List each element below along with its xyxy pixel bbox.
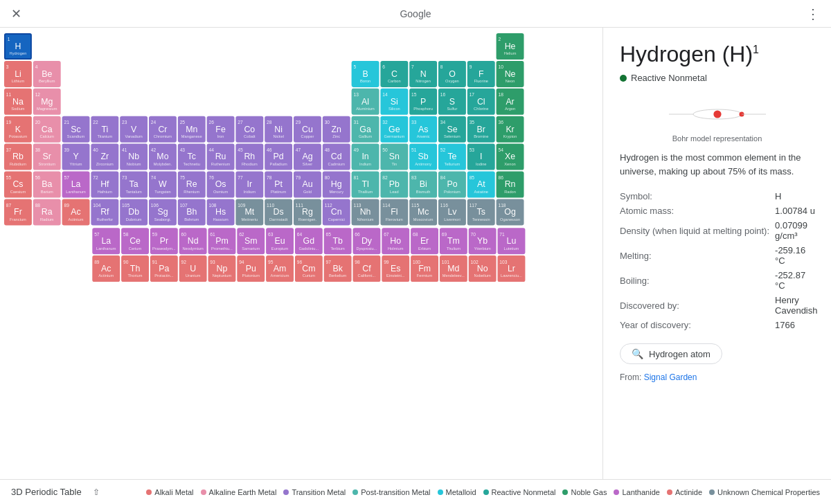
element-cell[interactable]: 37RbRubidium — [4, 144, 32, 170]
element-cell[interactable]: 93NpNeptunium — [208, 255, 236, 282]
element-cell[interactable]: 6CCarbon — [380, 61, 408, 87]
element-cell[interactable]: 114FlFlerovium — [380, 199, 408, 225]
element-cell[interactable]: 17ClChlorine — [467, 89, 495, 115]
element-cell[interactable]: 84PoPolonium — [438, 172, 466, 198]
element-cell[interactable]: 92UUranium — [179, 255, 207, 282]
element-cell[interactable]: 105DbDubnium — [120, 199, 148, 225]
element-cell[interactable]: 16SSulfur — [438, 89, 466, 115]
element-cell[interactable]: 10NeNeon — [497, 61, 524, 87]
element-cell[interactable]: 53IIodine — [467, 144, 495, 170]
element-cell[interactable]: 95AmAmericium — [266, 255, 294, 282]
element-cell[interactable]: 47AgSilver — [294, 144, 321, 170]
element-cell[interactable]: 87FrFrancium — [4, 199, 32, 225]
element-cell[interactable]: 102NoNobelium — [469, 255, 497, 282]
element-cell[interactable]: 57LaLanthanum — [62, 172, 90, 198]
element-cell[interactable]: 54XeXenon — [497, 144, 524, 170]
element-cell[interactable]: 113NhNihonium — [352, 199, 379, 225]
element-cell[interactable]: 14SiSilicon — [380, 89, 408, 115]
element-cell[interactable]: 83BiBismuth — [409, 172, 437, 198]
element-cell[interactable]: 43TcTechnetiu — [178, 144, 206, 170]
element-cell[interactable]: 118OgOganesson — [497, 199, 524, 225]
element-cell[interactable]: 58CeCerium — [121, 228, 149, 254]
element-cell[interactable]: 60NdNeodymium — [179, 228, 207, 254]
element-cell[interactable]: 46PdPalladium — [265, 144, 292, 170]
element-cell[interactable]: 51SbAntimony — [409, 144, 437, 170]
element-cell[interactable]: 81TlThallium — [352, 172, 379, 198]
element-cell[interactable]: 75ReRhenium — [178, 172, 206, 198]
element-cell[interactable]: 44RuRuthenium — [207, 144, 235, 170]
element-cell[interactable]: 86RnRadon — [497, 172, 524, 198]
share-icon[interactable]: ⇧ — [93, 487, 100, 497]
element-cell[interactable]: 103LrLawrenciu... — [498, 255, 526, 282]
element-cell[interactable]: 45RhRhodium — [235, 144, 263, 170]
element-cell[interactable]: 66DyDysprosiu... — [353, 228, 381, 254]
element-cell[interactable]: 33AsArsenic — [409, 116, 437, 143]
element-cell[interactable]: 111RgRoentgen. — [294, 199, 321, 225]
search-button[interactable]: 🔍 Hydrogen atom — [620, 343, 722, 364]
element-cell[interactable]: 104RfRutherfor — [91, 199, 118, 225]
element-cell[interactable]: 89AcActinium — [92, 255, 120, 282]
element-cell[interactable]: 34SeSelenium — [438, 116, 466, 143]
element-cell[interactable]: 88RaRadium — [33, 199, 61, 225]
element-cell[interactable]: 59PrPraseodym... — [150, 228, 178, 254]
element-cell[interactable]: 63EuEuropium — [266, 228, 294, 254]
element-cell[interactable]: 106SgSeaborgi. — [149, 199, 177, 225]
element-cell[interactable]: 8OOxygen — [438, 61, 466, 87]
element-cell[interactable]: 80HgMercury — [323, 172, 350, 198]
element-cell[interactable]: 4BeBeryllium — [33, 61, 61, 87]
element-cell[interactable]: 77IrIridium — [235, 172, 263, 198]
element-cell[interactable]: 90ThThorium — [121, 255, 149, 282]
element-cell[interactable]: 82PbLead — [380, 172, 408, 198]
element-cell[interactable]: 42MoMolybden. — [149, 144, 177, 170]
element-cell[interactable]: 25MnManganese — [178, 116, 206, 143]
element-cell[interactable]: 21ScScandium — [62, 116, 90, 143]
element-cell[interactable]: 49InIndium — [352, 144, 379, 170]
element-cell[interactable]: 65TbTerbium — [324, 228, 352, 254]
element-cell[interactable]: 19KPotassium — [4, 116, 32, 143]
element-cell[interactable]: 74WTungsten — [149, 172, 177, 198]
element-cell[interactable]: 68ErErbium — [411, 228, 438, 254]
element-cell[interactable]: 15PPhosphoru — [409, 89, 437, 115]
element-cell[interactable]: 91PaProtactin... — [150, 255, 178, 282]
element-cell[interactable]: 22TiTitanium — [91, 116, 118, 143]
element-cell[interactable]: 96CmCurium — [295, 255, 323, 282]
element-cell[interactable]: 78PtPlatinum — [265, 172, 292, 198]
element-cell[interactable]: 99EsEinsteini... — [382, 255, 409, 282]
element-cell[interactable]: 89AcActinium — [62, 199, 90, 225]
element-cell[interactable]: 108HsHassium — [207, 199, 235, 225]
element-cell[interactable]: 69TmThulium — [440, 228, 467, 254]
element-cell[interactable]: 55CsCaesium — [4, 172, 32, 198]
element-cell[interactable]: 56BaBarium — [33, 172, 61, 198]
element-cell[interactable]: 73TaTantalum — [120, 172, 148, 198]
element-cell[interactable]: 50SnTin — [380, 144, 408, 170]
element-cell[interactable]: 64GdGadoliniu... — [295, 228, 323, 254]
element-cell[interactable]: 12MgMagnesium — [33, 89, 61, 115]
element-cell[interactable]: 30ZnZinc — [323, 116, 350, 143]
source-link[interactable]: Signal Garden — [644, 372, 697, 382]
element-cell[interactable]: 20CaCalcium — [33, 116, 61, 143]
more-menu-button[interactable]: ⋮ — [806, 6, 820, 22]
element-cell[interactable]: 2HeHelium — [497, 33, 524, 60]
element-cell[interactable]: 70YbYtterbium — [469, 228, 497, 254]
element-cell[interactable]: 27CoCobalt — [235, 116, 263, 143]
element-cell[interactable]: 40ZrZirconium — [91, 144, 118, 170]
element-cell[interactable]: 76OsOsmium — [207, 172, 235, 198]
element-cell[interactable]: 94PuPlutonium — [237, 255, 265, 282]
element-cell[interactable]: 41NbNiobium — [120, 144, 148, 170]
element-cell[interactable]: 67HoHolmium — [382, 228, 409, 254]
element-cell[interactable]: 23VVanadium — [120, 116, 148, 143]
element-cell[interactable]: 11NaSodium — [4, 89, 32, 115]
element-cell[interactable]: 101MdMendeleev... — [440, 255, 467, 282]
element-cell[interactable]: 61PmPromethiu... — [208, 228, 236, 254]
element-cell[interactable]: 79AuGold — [294, 172, 321, 198]
element-cell[interactable]: 39YYttrium — [62, 144, 90, 170]
element-cell[interactable]: 38SrStrontium — [33, 144, 61, 170]
element-cell[interactable]: 109MtMeitneriu — [235, 199, 263, 225]
element-cell[interactable]: 52TeTellurium — [438, 144, 466, 170]
element-cell[interactable]: 97BkBerkelium — [324, 255, 352, 282]
element-cell[interactable]: 62SmSamarium — [237, 228, 265, 254]
element-cell[interactable]: 100FmFermium — [411, 255, 438, 282]
element-cell[interactable]: 98CfCaliforni... — [353, 255, 381, 282]
element-cell[interactable]: 5BBoron — [352, 61, 379, 87]
element-cell[interactable]: 117TsTennessin — [467, 199, 495, 225]
